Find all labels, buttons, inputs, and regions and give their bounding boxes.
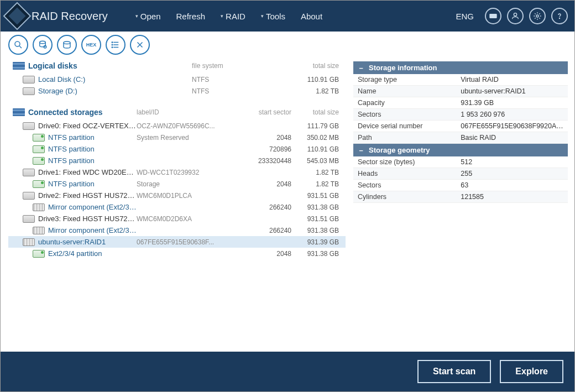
raidpart-icon [33, 227, 45, 234]
storage-name: Drive2: Fixed HGST HUS722T1TALA6... [38, 191, 137, 200]
storage-label: OCZ-AWNZ0FW55696C... [137, 122, 236, 130]
storage-name: Ext2/3/4 partition [48, 249, 137, 258]
disk-size: 1.82 TB [291, 87, 341, 95]
tool-disk-icon[interactable] [57, 35, 77, 55]
storage-start: 2048 [236, 134, 291, 142]
storage-size: 931.39 GB [291, 238, 341, 246]
tool-search-db-icon[interactable] [33, 35, 53, 55]
storage-row[interactable]: Drive2: Fixed HGST HUS722T1TALA6...WMC6M… [8, 190, 346, 201]
storage-row[interactable]: NTFS partition233320448545.03 MB [8, 155, 346, 166]
explore-button[interactable]: Explore [500, 360, 563, 383]
storage-row[interactable]: Drive0: Fixed OCZ-VERTEX3 (ATA)OCZ-AWNZ0… [8, 120, 346, 132]
info-key: Sector size (bytes) [353, 156, 456, 168]
tool-list-icon[interactable] [106, 35, 126, 55]
logical-disks-icon [13, 62, 25, 70]
info-key: Storage type [353, 74, 456, 86]
info-key: Heads [353, 168, 456, 180]
storage-geometry-table: Sector size (bytes)512Heads255Sectors63C… [353, 156, 568, 203]
storage-row[interactable]: ubuntu-server:RAID1067FE655F915E90638F..… [8, 236, 346, 248]
menu-about[interactable]: About [301, 12, 322, 21]
storage-label: System Reserved [137, 134, 236, 142]
storage-start: 720896 [236, 145, 291, 153]
app-title: RAID Recovery [32, 10, 108, 23]
disk-size: 110.91 GB [291, 76, 341, 83]
svg-point-10 [112, 47, 113, 48]
part-icon [33, 157, 45, 165]
storage-row[interactable]: Ext2/3/4 partition2048931.38 GB [8, 248, 346, 259]
storage-row[interactable]: Drive1: Fixed WDC WD20EZRX-00DC0...WD-WC… [8, 166, 346, 178]
storage-label: 067FE655F915E90638F... [137, 238, 236, 246]
disk-name: Storage (D:) [38, 87, 192, 95]
storage-label: WD-WCC1T0239932 [137, 169, 236, 176]
storage-name: Mirror component (Ext2/3/4) partition [48, 226, 137, 234]
drive-icon [23, 169, 35, 176]
storage-size: 545.03 MB [291, 157, 341, 165]
storage-row[interactable]: NTFS partitionStorage20481.82 TB [8, 178, 346, 190]
settings-icon[interactable] [529, 8, 546, 24]
menu-tools[interactable]: ▾Tools [261, 12, 285, 21]
info-row: Sectors1 953 260 976 [353, 109, 568, 121]
storage-row[interactable]: Mirror component (Ext2/3/4) partition266… [8, 224, 346, 236]
storage-info-header: – Storage information [353, 61, 568, 74]
app-logo-wrap: RAID Recovery [7, 6, 108, 26]
connected-storages-header: Connected storages label/ID start sector… [8, 104, 346, 120]
storage-size: 350.02 MB [291, 134, 341, 142]
storage-label: WMC6M0D2D6XA [137, 215, 236, 223]
disk-icon [23, 76, 35, 83]
info-panel: – Storage information Storage typeVirtua… [349, 58, 574, 352]
raid-icon [23, 238, 35, 246]
svg-point-7 [64, 41, 70, 44]
menu-open[interactable]: ▾Open [135, 12, 161, 21]
storage-name: ubuntu-server:RAID1 [38, 238, 137, 246]
logical-disk-row[interactable]: Storage (D:)NTFS1.82 TB [8, 85, 346, 97]
storage-geometry-title: Storage geometry [369, 146, 430, 154]
collapse-icon[interactable]: – [358, 146, 364, 154]
tool-close-icon[interactable] [130, 35, 150, 55]
svg-point-9 [112, 44, 113, 45]
col-start: start sector [236, 108, 291, 116]
info-key: Capacity [353, 97, 456, 109]
connected-storages-title: Connected storages [28, 108, 103, 117]
start-scan-button[interactable]: Start scan [417, 360, 491, 383]
storage-name: NTFS partition [48, 133, 137, 142]
info-key: Sectors [353, 109, 456, 121]
info-value: Virtual RAID [456, 74, 568, 86]
collapse-icon[interactable]: – [358, 64, 364, 72]
main-area: Logical disks file system total size Loc… [1, 58, 574, 352]
disk-icon [23, 87, 35, 95]
menu-refresh[interactable]: Refresh [176, 12, 206, 21]
storage-row[interactable]: Drive3: Fixed HGST HUS722T1TALA6...WMC6M… [8, 213, 346, 224]
info-key: Device serial number [353, 121, 456, 132]
logical-disk-row[interactable]: Local Disk (C:)NTFS110.91 GB [8, 74, 346, 85]
menu-raid[interactable]: ▾RAID [221, 12, 245, 21]
info-key: Name [353, 86, 456, 97]
col-filesystem: file system [192, 62, 291, 70]
storage-name: NTFS partition [48, 145, 137, 153]
topbar-right: ENG [456, 8, 568, 24]
storage-size: 931.38 GB [291, 203, 341, 211]
tool-hex-icon[interactable]: HEX [81, 35, 101, 55]
info-value: 255 [456, 168, 568, 180]
keyboard-icon[interactable] [485, 8, 501, 24]
logical-disks-title: Logical disks [28, 61, 77, 70]
help-icon[interactable] [551, 8, 568, 24]
tool-scan-icon[interactable] [8, 35, 28, 55]
storage-row[interactable]: NTFS partitionSystem Reserved2048350.02 … [8, 132, 346, 143]
storage-size: 931.38 GB [291, 227, 341, 234]
storage-start: 2048 [236, 250, 291, 258]
storage-name: NTFS partition [48, 156, 137, 165]
info-row: Storage typeVirtual RAID [353, 74, 568, 86]
storage-row[interactable]: NTFS partition720896110.91 GB [8, 143, 346, 155]
user-icon[interactable] [507, 8, 524, 24]
svg-point-4 [15, 41, 20, 46]
info-value: 067FE655F915E90638F9920A19F22927 [456, 121, 568, 132]
drive-icon [23, 192, 35, 200]
app-logo-icon [3, 2, 32, 30]
svg-rect-0 [489, 14, 496, 18]
info-row: Sector size (bytes)512 [353, 156, 568, 168]
language-switch[interactable]: ENG [456, 12, 474, 21]
info-value: ubuntu-server:RAID1 [456, 86, 568, 97]
storage-label: Storage [137, 180, 236, 188]
storage-start: 266240 [236, 227, 291, 234]
storage-row[interactable]: Mirror component (Ext2/3/4) partition266… [8, 201, 346, 213]
